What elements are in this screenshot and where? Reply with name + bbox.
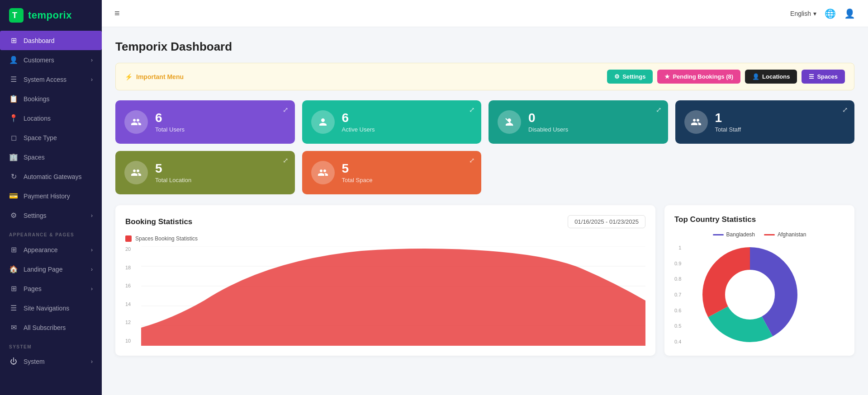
sidebar-item-space-type[interactable]: ◻ Space Type [0,128,102,147]
legend-label-bangladesh: Bangladesh [726,231,755,238]
stat-disabled-users[interactable]: 0 Disabled Users ⤢ [489,100,668,144]
chevron-down-icon: › [91,358,93,365]
sidebar-item-system-access[interactable]: ☰ System Access › [0,70,102,89]
sidebar-item-label: Dashboard [24,37,93,44]
sidebar-item-pages[interactable]: ⊞ Pages › [0,279,102,298]
locations-label: Locations [762,73,790,80]
locations-icon: 📍 [9,114,18,122]
y-label: 0.8 [674,276,681,282]
system-access-icon: ☰ [9,75,18,84]
chevron-down-icon: › [91,57,93,63]
dashboard-icon: ⊞ [9,36,18,45]
sidebar-item-label: Bookings [24,95,93,103]
y-label: 12 [125,320,139,325]
sidebar-item-customers[interactable]: 👤 Customers › [0,50,102,70]
sidebar-item-landing-page[interactable]: 🏠 Landing Page › [0,259,102,279]
expand-icon[interactable]: ⤢ [469,106,475,114]
users-icon-circle [124,110,148,134]
sidebar-item-label: System Access [24,76,85,83]
important-banner: ⚡ Important Menu ⚙ Settings ★ Pending Bo… [115,63,854,90]
spaces-label: Spaces [817,73,838,80]
total-users-number: 6 [155,111,185,125]
section-appearance-label: APPEARANCE & PAGES [0,225,102,240]
users-icon [131,117,142,127]
y-label: 20 [125,246,139,252]
chart-title: Booking Statistics [125,217,192,226]
stat-active-users[interactable]: 6 Active Users ⤢ [302,100,482,144]
sidebar-item-site-navigations[interactable]: ☰ Site Navigations [0,298,102,318]
expand-icon[interactable]: ⤢ [469,156,475,165]
space-type-icon: ◻ [9,133,18,142]
staff-icon [691,117,702,127]
spaces-icon: 🏢 [9,153,18,161]
sidebar-item-automatic-gateways[interactable]: ↻ Automatic Gateways [0,167,102,186]
total-space-label: Total Space [342,177,373,183]
active-users-label: Active Users [342,126,375,133]
sidebar-item-spaces[interactable]: 🏢 Spaces [0,147,102,167]
banner-text: Important Menu [136,73,184,80]
disabled-users-icon-circle [498,110,521,134]
sidebar-item-locations[interactable]: 📍 Locations [0,108,102,128]
active-users-icon-circle [311,110,335,134]
y-axis: 20 18 16 14 12 10 [125,246,139,346]
space-icon [318,167,328,178]
sidebar-item-dashboard[interactable]: ⊞ Dashboard [0,31,102,50]
pages-icon: ⊞ [9,284,18,293]
hamburger-button[interactable]: ≡ [114,8,120,19]
header-left: ≡ [114,8,120,19]
empty-stat-2 [675,151,855,194]
sidebar-nav: ⊞ Dashboard 👤 Customers › ☰ System Acces… [0,31,102,395]
stat-total-staff[interactable]: 1 Total Staff ⤢ [675,100,855,144]
stat-total-space[interactable]: 5 Total Space ⤢ [302,151,482,194]
user-profile-icon[interactable]: 👤 [844,8,855,19]
chart-header: Booking Statistics 01/16/2025 - 01/23/20… [125,215,645,228]
locations-button[interactable]: 👤 Locations [745,70,797,84]
y-label: 0.7 [674,292,681,297]
sidebar-item-bookings[interactable]: 📋 Bookings [0,89,102,108]
expand-icon[interactable]: ⤢ [283,156,289,165]
spaces-button[interactable]: ☰ Spaces [802,70,845,84]
sidebar-item-settings[interactable]: ⚙ Settings › [0,206,102,225]
settings-button[interactable]: ⚙ Settings [607,70,653,84]
auto-gateways-icon: ↻ [9,172,18,181]
location-icon-circle [124,161,148,184]
sidebar-item-label: Customers [24,56,85,64]
legend-line-bangladesh [713,234,724,235]
expand-icon[interactable]: ⤢ [656,106,662,114]
total-staff-label: Total Staff [715,126,741,133]
area-chart-svg [141,246,645,346]
country-chart-title: Top Country Statistics [674,215,756,224]
booking-statistics-card: Booking Statistics 01/16/2025 - 01/23/20… [115,205,655,356]
sidebar-item-label: Appearance [24,246,85,254]
customers-icon: 👤 [9,56,18,64]
sidebar-item-system[interactable]: ⏻ System › [0,352,102,371]
expand-icon[interactable]: ⤢ [283,106,289,114]
language-label: English [790,10,811,17]
pending-bookings-button[interactable]: ★ Pending Bookings (8) [657,70,740,84]
sidebar-item-all-subscribers[interactable]: ✉ All Subscribers [0,318,102,337]
sidebar-item-label: Settings [24,212,85,219]
globe-icon[interactable]: 🌐 [825,8,836,19]
total-location-number: 5 [155,162,191,176]
sidebar-item-payment-history[interactable]: 💳 Payment History [0,186,102,206]
sidebar-item-appearance[interactable]: ⊞ Appearance › [0,240,102,259]
chart-area [141,246,645,346]
banner-buttons: ⚙ Settings ★ Pending Bookings (8) 👤 Loca… [607,70,845,84]
disabled-users-label: Disabled Users [528,126,568,133]
person-icon: 👤 [752,73,759,80]
y-label: 18 [125,265,139,270]
legend-label: Spaces Booking Statistics [135,235,198,242]
disabled-users-number: 0 [528,111,568,125]
logo[interactable]: T temporix [0,0,102,31]
header: ≡ English ▾ 🌐 👤 [102,0,868,27]
section-system-label: SYSTEM [0,337,102,352]
stat-total-users[interactable]: 6 Total Users ⤢ [115,100,295,144]
logo-text: temporix [28,9,72,21]
date-range-picker[interactable]: 01/16/2025 - 01/23/2025 [568,215,645,228]
expand-icon[interactable]: ⤢ [842,106,848,114]
sidebar: T temporix ⊞ Dashboard 👤 Customers › ☰ S… [0,0,102,395]
stats-row-2: 5 Total Location ⤢ 5 Total Space ⤢ [115,151,854,194]
language-selector[interactable]: English ▾ [790,10,816,17]
donut-y-axis: 1 0.9 0.8 0.7 0.6 0.5 0.4 [674,245,681,344]
stat-total-location[interactable]: 5 Total Location ⤢ [115,151,295,194]
